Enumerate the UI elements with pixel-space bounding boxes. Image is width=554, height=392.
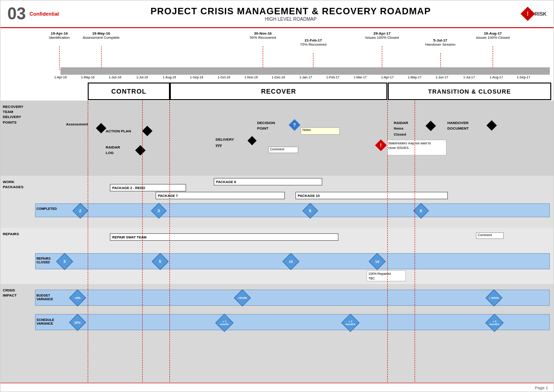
milestone-line xyxy=(101,46,102,70)
date-labels-row: 1-Apr-16 1-May-16 1-Jun-16 1-Jul-16 1-Au… xyxy=(60,76,550,82)
schedule-diamond-4-label: + 5 months xyxy=(488,320,500,326)
repair-diamond-15-label: 15 xyxy=(289,260,293,264)
wp-diamond-6: 6 xyxy=(413,203,429,219)
repairs-closed-label: REPAIRSCLOSED xyxy=(36,257,51,265)
bottom-border xyxy=(0,383,554,383)
decision-point-item: DECISIONPOINT ? xyxy=(257,120,275,131)
date-1may16: 1-May-16 xyxy=(81,76,95,79)
handover-doc-item: HANDOVERDOCUMENT xyxy=(447,120,469,131)
decision-point-diamond: ? xyxy=(289,119,300,131)
date-1jun17: 1-Jun-17 xyxy=(435,76,448,79)
package-10: PACKAGE 10 xyxy=(295,192,448,199)
budget-diamond-1-label: +$8k xyxy=(74,297,81,299)
wp-diamond-3: 3 xyxy=(151,203,167,219)
milestone-assessment: 19-May-16 Assessment Complete xyxy=(83,31,120,40)
date-1aug17: 1-Aug-17 xyxy=(490,76,503,79)
wp-track: COMPLETED 2 3 5 6 xyxy=(35,203,550,217)
budget-diamond-1: +$8k xyxy=(69,290,86,307)
budget-variance-track: BUDGETVARIANCE +$8k +$100k + $250k xyxy=(35,290,550,306)
assessment-item: Assessment xyxy=(66,121,88,126)
delivery-yyy-item: DELIVERYyyy xyxy=(216,137,234,148)
raidar-items-diamond xyxy=(426,121,436,131)
timeline-bar xyxy=(60,67,550,75)
date-1feb17: 1-Feb-17 xyxy=(326,76,339,79)
risk-exclamation-diamond: ! xyxy=(375,139,386,151)
repair-diamond-15: 15 xyxy=(283,253,300,270)
confidential-label: Confidential xyxy=(30,11,59,17)
milestone-50pct: 30-Nov-16 50% Recovered xyxy=(250,31,276,40)
wp-diamond-5-label: 5 xyxy=(309,208,311,213)
repair-comment-box: Comment xyxy=(476,232,504,239)
date-1may17: 1-May-17 xyxy=(408,76,422,79)
milestone-75pct: 21-Feb-17 75% Recovered xyxy=(300,38,326,47)
date-1oct16: 1-Oct-16 xyxy=(217,76,230,79)
milestone-issues-closed-2: 19-Aug-17 Issues 100% Closed xyxy=(476,31,510,40)
package-8: PACKAGE 8 xyxy=(214,178,322,185)
milestone-label: Assessment Complete xyxy=(83,36,120,40)
milestone-date: 29-Apr-17 xyxy=(365,31,399,36)
crisis-impact-label: CRISISIMPACT xyxy=(3,288,31,298)
delivery-yyy-label: DELIVERYyyy xyxy=(216,137,234,147)
milestone-line xyxy=(263,46,263,70)
date-1nov16: 1-Nov-16 xyxy=(245,76,258,79)
wp-diamond-2: 2 xyxy=(72,203,88,219)
milestone-date: 21-Feb-17 xyxy=(300,38,326,42)
budget-diamond-3: + $250k xyxy=(486,290,503,307)
delivery-yyy-diamond xyxy=(247,136,257,145)
repairs-track: REPAIRSCLOSED 3 5 15 19 xyxy=(35,253,550,269)
milestone-date: 19-May-16 xyxy=(83,31,120,36)
wp-diamond-6-label: 6 xyxy=(420,208,422,213)
schedule-diamond-3-label: + 2 months xyxy=(344,320,356,326)
date-1sep16: 1-Sep-16 xyxy=(190,76,204,79)
milestone-label: Identification xyxy=(49,36,70,40)
vline-may17 xyxy=(415,101,415,383)
date-1apr17: 1-Apr-17 xyxy=(381,76,393,79)
completed-label: COMPLETED xyxy=(36,207,57,211)
milestone-line xyxy=(59,46,60,70)
page-number: Page 1 xyxy=(535,386,548,390)
date-1dec16: 1-Dec-16 xyxy=(272,76,285,79)
work-packages-label: WORKPACKAGES xyxy=(3,179,31,190)
raidar-log-label: RAIDARLOG xyxy=(106,145,120,155)
handover-doc-label: HANDOVERDOCUMENT xyxy=(447,121,469,131)
vline-apr17 xyxy=(387,101,388,383)
raidar-items-closed-item: RAIDARItemsClosed xyxy=(394,120,408,137)
wp-diamond-3-label: 3 xyxy=(157,208,160,213)
repaired-note: 100% Repaired.TBC xyxy=(367,270,406,281)
milestone-label: 75% Recovered xyxy=(300,42,326,47)
risk-label: RISK xyxy=(535,11,547,17)
header-title-block: PROJECT CRISIS MANAGEMENT & RECOVERY ROA… xyxy=(59,6,523,22)
main-title: PROJECT CRISIS MANAGEMENT & RECOVERY ROA… xyxy=(59,6,523,17)
repair-diamond-19: 19 xyxy=(369,253,386,270)
budget-diamond-2-label: +$100k xyxy=(238,297,247,299)
milestone-line xyxy=(382,46,382,70)
repairs-section: REPAIRS REPAIR SWAT TEAM Comment REPAIRS… xyxy=(0,228,554,284)
subtitle: HIGH LEVEL ROADMAP xyxy=(59,17,523,22)
risk-exclamation: ! xyxy=(527,11,529,17)
schedule-diamond-2: + 1 month xyxy=(215,314,234,332)
handover-doc-diamond xyxy=(487,120,497,131)
milestone-label: Issues 100% Closed xyxy=(476,36,510,40)
date-1jul16: 1-Jul-16 xyxy=(136,76,148,79)
crisis-impact-section: CRISISIMPACT BUDGETVARIANCE +$8k +$100k … xyxy=(0,284,554,383)
schedule-diamond-1-label: 10% xyxy=(74,321,81,324)
raidar-log-item: RAIDARLOG xyxy=(106,144,120,156)
phase-control: CONTROL xyxy=(88,83,170,100)
repairs-label: REPAIRS xyxy=(3,232,31,237)
action-plan-item: ACTION PLAN xyxy=(106,128,131,133)
date-1apr16: 1-Apr-16 xyxy=(54,76,66,79)
package-2: PACKAGE 2 - REDO xyxy=(110,184,186,191)
budget-diamond-2: +$100k xyxy=(234,290,251,307)
schedule-diamond-3: + 2 months xyxy=(341,314,360,332)
notes-box: Notes xyxy=(301,127,340,135)
package-7: PACKAGE 7 xyxy=(156,192,285,199)
work-packages-section: WORKPACKAGES PACKAGE 2 - REDO PACKAGE 7 … xyxy=(0,176,554,228)
vline-aug16 xyxy=(169,101,170,383)
recovery-team-label: RECOVERYTEAMDELIVERYPOINTS xyxy=(3,104,31,125)
recovery-team-section: RECOVERYTEAMDELIVERYPOINTS Assessment AC… xyxy=(0,101,554,176)
vline-may16 xyxy=(88,101,88,383)
date-1aug16: 1-Aug-16 xyxy=(163,76,176,79)
repair-diamond-5: 5 xyxy=(152,253,169,270)
repair-swat-bar: REPAIR SWAT TEAM xyxy=(110,233,338,241)
date-1jan17: 1-Jan-17 xyxy=(299,76,312,79)
